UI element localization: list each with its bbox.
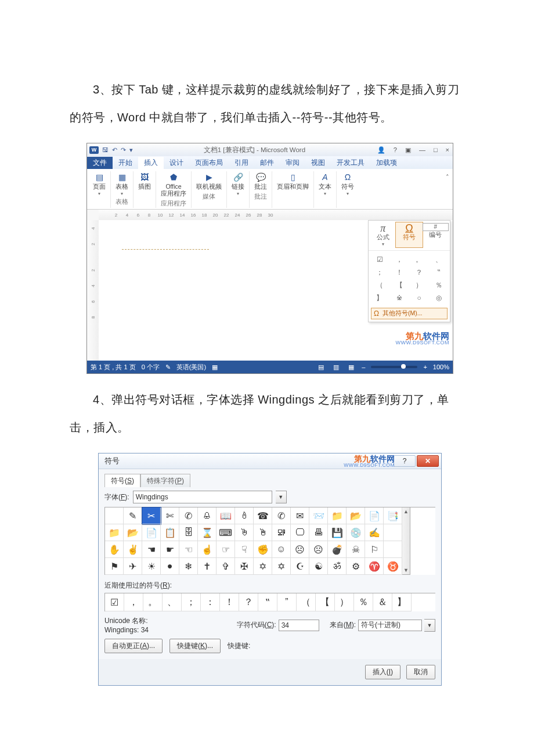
recent-symbol-cell[interactable]: ☑: [105, 593, 124, 611]
symbol-cell[interactable]: ☹: [309, 541, 328, 558]
symbol-cell[interactable]: 📨: [309, 507, 328, 524]
collapse-ribbon-icon[interactable]: ˄: [443, 171, 452, 208]
symbol-cell[interactable]: 🖰: [235, 524, 254, 541]
symbol-cell[interactable]: ※: [389, 291, 409, 304]
macro-icon[interactable]: ▦: [212, 363, 218, 371]
symbol-cell[interactable]: 📁: [328, 507, 347, 524]
tab-references[interactable]: 引用: [229, 157, 254, 169]
symbol-button[interactable]: Ω 符号 ▾: [341, 171, 354, 196]
help-icon[interactable]: ?: [392, 146, 398, 154]
symbol-cell[interactable]: ✉: [291, 507, 309, 524]
symbol-cell[interactable]: ॐ: [328, 558, 347, 575]
tab-mail[interactable]: 邮件: [254, 157, 280, 169]
symbol-cell[interactable]: ✌: [124, 541, 142, 558]
recent-symbol-cell[interactable]: ”: [277, 593, 297, 611]
account-icon[interactable]: 👤: [376, 146, 387, 154]
symbol-cell[interactable]: ☜: [179, 541, 198, 558]
cancel-button[interactable]: 取消: [406, 665, 435, 679]
recent-symbol-cell[interactable]: ％: [354, 593, 373, 611]
tab-special-chars[interactable]: 特殊字符(P): [140, 474, 190, 487]
symbol-cell[interactable]: ✝: [198, 558, 217, 575]
page-indicator[interactable]: 第 1 页 , 共 1 页: [91, 363, 136, 372]
symbol-cell[interactable]: ☞: [217, 541, 235, 558]
comment-button[interactable]: 💬 批注: [254, 171, 267, 191]
symbol-cell[interactable]: ⚐: [365, 541, 384, 558]
minimize-icon[interactable]: —: [418, 146, 427, 154]
symbol-cell[interactable]: 🕯: [235, 507, 254, 524]
tab-symbols[interactable]: 符号(S): [104, 474, 140, 487]
symbol-cell[interactable]: ✋: [105, 541, 124, 558]
ribbon-options-icon[interactable]: ▣: [404, 146, 412, 154]
symbol-cell[interactable]: 📄: [365, 507, 384, 524]
recent-symbol-cell[interactable]: ：: [201, 593, 220, 611]
print-layout-icon[interactable]: ▥: [331, 363, 341, 371]
close-button[interactable]: ✕: [417, 455, 439, 467]
symbol-gallery-button[interactable]: Ω 符号: [395, 222, 423, 248]
tab-layout[interactable]: 页面布局: [189, 157, 229, 169]
symbol-cell[interactable]: ✊: [254, 541, 272, 558]
symbol-cell[interactable]: ✄: [161, 507, 179, 524]
tab-design[interactable]: 设计: [164, 157, 189, 169]
symbol-cell[interactable]: 📋: [161, 524, 179, 541]
symbol-cell[interactable]: 📑: [384, 507, 402, 524]
symbol-cell[interactable]: ✆: [272, 507, 291, 524]
link-button[interactable]: 🔗 链接 ▾: [232, 171, 244, 196]
symbol-cell[interactable]: ☑: [370, 253, 389, 266]
symbol-cell[interactable]: 📄: [142, 524, 161, 541]
symbol-cell[interactable]: （: [370, 279, 389, 291]
help-button[interactable]: ?: [394, 455, 416, 467]
symbol-cell[interactable]: ☪: [291, 558, 309, 575]
symbol-cell[interactable]: ♈: [365, 558, 384, 575]
char-code-input[interactable]: 34: [279, 620, 319, 631]
recent-symbol-cell[interactable]: 。: [143, 593, 163, 611]
language[interactable]: 英语(美国): [176, 363, 206, 372]
symbol-cell[interactable]: ☟: [235, 541, 254, 558]
illus-button[interactable]: 🖼 插图: [138, 171, 151, 191]
zoom-slider[interactable]: [371, 366, 417, 368]
symbol-cell[interactable]: 📂: [347, 507, 365, 524]
recent-symbol-cell[interactable]: ；: [182, 593, 201, 611]
symbol-cell[interactable]: ％: [429, 279, 449, 291]
symbol-cell[interactable]: 💾: [328, 524, 347, 541]
symbol-cell[interactable]: 【: [389, 279, 409, 291]
word-count[interactable]: 0 个字: [142, 363, 160, 372]
symbol-cell[interactable]: 🗄: [179, 524, 198, 541]
web-layout-icon[interactable]: ▦: [347, 363, 356, 371]
symbol-cell[interactable]: [105, 507, 124, 524]
symbol-cell[interactable]: ○: [409, 291, 429, 304]
symbol-cell[interactable]: ☠: [347, 541, 365, 558]
symbol-cell[interactable]: ？: [409, 266, 429, 279]
symbol-cell[interactable]: ，: [389, 253, 409, 266]
number-button[interactable]: # 编号: [423, 223, 449, 247]
symbol-cell[interactable]: ✆: [179, 507, 198, 524]
symbol-cell[interactable]: ⚙: [347, 558, 365, 575]
symbol-cell[interactable]: ✈: [124, 558, 142, 575]
zoom-in-icon[interactable]: +: [423, 363, 427, 370]
grid-scrollbar[interactable]: ▲▼: [402, 507, 410, 575]
symbol-cell[interactable]: 💣: [328, 541, 347, 558]
insert-button[interactable]: 插入(I): [365, 665, 400, 679]
symbol-cell[interactable]: 🕭: [198, 507, 217, 524]
font-select[interactable]: Wingdings: [133, 491, 272, 503]
symbol-cell[interactable]: ♉: [384, 558, 402, 575]
recent-symbol-cell[interactable]: ！: [220, 593, 239, 611]
office-apps-button[interactable]: ⬟ Office 应用程序: [161, 171, 186, 198]
symbol-cell[interactable]: 🖶: [309, 524, 328, 541]
tab-view[interactable]: 视图: [305, 157, 331, 169]
recent-symbol-cell[interactable]: ？: [239, 593, 258, 611]
from-dropdown-icon[interactable]: ▼: [424, 619, 435, 632]
symbol-cell[interactable]: ●: [161, 558, 179, 575]
tab-insert[interactable]: 插入: [138, 157, 164, 169]
page-button[interactable]: ▤ 页面 ▾: [93, 171, 106, 196]
tab-file[interactable]: 文件: [87, 157, 113, 169]
close-icon[interactable]: ×: [445, 146, 450, 154]
symbol-cell[interactable]: ☝: [198, 541, 217, 558]
symbol-cell[interactable]: ⌨: [217, 524, 235, 541]
symbol-cell[interactable]: ‟: [429, 266, 449, 279]
tab-home[interactable]: 开始: [113, 157, 138, 169]
symbol-cell[interactable]: 💿: [347, 524, 365, 541]
symbol-cell[interactable]: 🖳: [272, 524, 291, 541]
symbol-cell[interactable]: ！: [389, 266, 409, 279]
autocorrect-button[interactable]: 自动更正(A)...: [104, 639, 163, 653]
recent-symbol-cell[interactable]: ，: [124, 593, 143, 611]
